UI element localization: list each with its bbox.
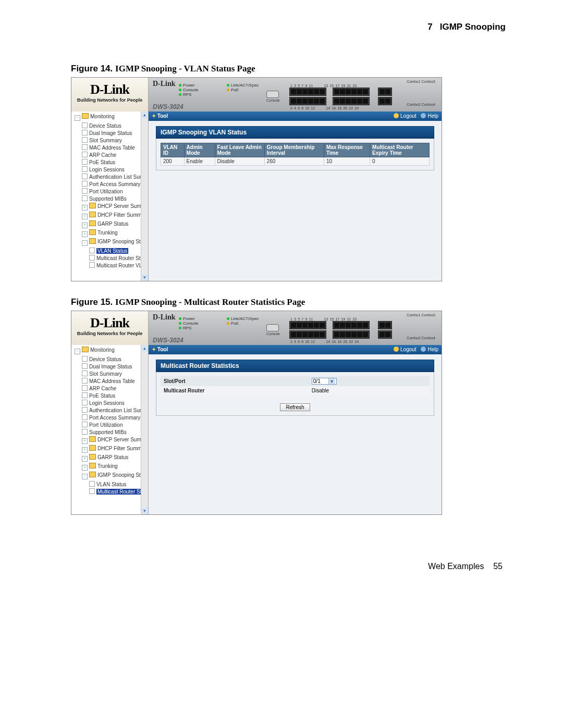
vlan-status-table: VLAN ID Admin Mode Fast Leave Admin Mode… (161, 143, 430, 166)
refresh-button[interactable]: Refresh (280, 403, 310, 411)
nav-mac-address-table[interactable]: MAC Address Table (82, 377, 148, 385)
nav-root-monitoring[interactable]: Monitoring Device Status Dual Image Stat… (75, 113, 148, 270)
toolbar: Tool Logout Help (149, 112, 442, 121)
figure15-caption: Figure 15. IGMP Snooping - Multicast Rou… (71, 297, 503, 307)
chevron-down-icon: ▾ (328, 378, 335, 384)
nav-poe-status[interactable]: PoE Status (82, 158, 148, 166)
nav-dhcp-server-summary[interactable]: DHCP Server Summar (82, 436, 148, 445)
nav-port-utilization[interactable]: Port Utilization (82, 421, 148, 428)
nav-garp-status[interactable]: GARP Status (82, 220, 148, 229)
nav-port-access-summary[interactable]: Port Access Summary (82, 180, 148, 188)
brand-area: D-Link Building Networks for People (71, 311, 149, 345)
scroll-up-icon[interactable]: ▴ (141, 345, 148, 352)
console-port-icon (266, 91, 279, 98)
slot-port-select[interactable]: 0/1▾ (312, 378, 337, 385)
nav-login-sessions[interactable]: Login Sessions (82, 166, 148, 173)
logout-button[interactable]: Logout (394, 347, 417, 352)
table-row: 200 Enable Disable 260 10 0 (161, 157, 430, 166)
brand-area: D-Link Building Networks for People (71, 78, 149, 112)
dlink-logo: D-Link (71, 78, 148, 97)
nav-poe-status[interactable]: PoE Status (82, 392, 148, 399)
nav-slot-summary[interactable]: Slot Summary (82, 370, 148, 377)
nav-igmp-snooping-status[interactable]: IGMP Snooping Status VLAN Status Multica… (82, 471, 148, 496)
help-button[interactable]: Help (421, 113, 438, 119)
content-multicast-router-statistics: Multicast Router Statistics Slot/Port 0/… (149, 354, 442, 514)
nav-supported-mibs[interactable]: Supported MIBs (82, 428, 148, 436)
nav-scrollbar[interactable]: ▴ ▾ (141, 345, 148, 514)
nav-dhcp-filter-summary[interactable]: DHCP Filter Summary (82, 211, 148, 220)
nav-igmp-snooping-status[interactable]: IGMP Snooping Status VLAN Status Multica… (82, 238, 148, 269)
nav-dual-image-status[interactable]: Dual Image Status (82, 129, 148, 137)
label-multicast-router: Multicast Router (161, 386, 309, 395)
device-panel: D-Link DWS-3024 PowerConsoleRPS Link/ACT… (149, 311, 442, 346)
panel-title: Multicast Router Statistics (156, 360, 434, 372)
nav-trunking[interactable]: Trunking (82, 229, 148, 238)
page-header: 7 IGMP Snooping (68, 22, 506, 32)
nav-port-access-summary[interactable]: Port Access Summary (82, 414, 148, 421)
brand-tagline: Building Networks for People (71, 97, 148, 103)
scroll-down-icon[interactable]: ▾ (141, 508, 148, 514)
nav-device-status[interactable]: Device Status (82, 122, 148, 129)
label-slot-port: Slot/Port (161, 376, 309, 386)
help-button[interactable]: Help (421, 347, 438, 352)
toolbar: Tool Logout Help (149, 345, 442, 354)
section-title: IGMP Snooping (440, 22, 506, 32)
nav-vlan-status[interactable]: VLAN Status (89, 247, 148, 254)
nav-auth-list-summary[interactable]: Authentication List Sum (82, 406, 148, 414)
nav-port-utilization[interactable]: Port Utilization (82, 188, 148, 195)
nav-root-monitoring[interactable]: Monitoring Device Status Dual Image Stat… (75, 346, 148, 496)
nav-slot-summary[interactable]: Slot Summary (82, 137, 148, 144)
nav-arp-cache[interactable]: ARP Cache (82, 385, 148, 392)
status-leds: Power Console RPS (179, 83, 198, 97)
nav-scrollbar[interactable]: ▴ ▾ (141, 112, 148, 281)
section-number: 7 (427, 22, 432, 32)
nav-dhcp-server-summary[interactable]: DHCP Server Summar (82, 202, 148, 211)
mrs-form-table: Slot/Port 0/1▾ Multicast Router Disable (161, 376, 430, 395)
nav-supported-mibs[interactable]: Supported MIBs (82, 195, 148, 202)
nav-mac-address-table[interactable]: MAC Address Table (82, 144, 148, 151)
nav-multicast-router-sta[interactable]: Multicast Router Sta (89, 254, 148, 262)
tool-menu[interactable]: Tool (152, 113, 168, 119)
nav-auth-list-summary[interactable]: Authentication List Sum (82, 173, 148, 180)
nav-vlan-status[interactable]: VLAN Status (89, 480, 148, 488)
nav-tree[interactable]: ▴ ▾ Monitoring Device Status Dual Image … (71, 345, 149, 514)
screenshot-vlan-status: D-Link Building Networks for People D-Li… (71, 77, 442, 281)
scroll-down-icon[interactable]: ▾ (141, 274, 148, 281)
nav-dhcp-filter-summary[interactable]: DHCP Filter Summary (82, 445, 148, 453)
nav-tree[interactable]: ▴ ▾ Monitoring Device Status Dual Image … (71, 112, 149, 281)
device-panel: D-Link DWS-3024 Power Console RPS Link/A… (149, 78, 442, 112)
nav-login-sessions[interactable]: Login Sessions (82, 399, 148, 406)
console-port-icon (266, 324, 279, 331)
nav-multicast-router-sta[interactable]: Multicast Router Sta (89, 488, 148, 495)
nav-garp-status[interactable]: GARP Status (82, 453, 148, 462)
logout-button[interactable]: Logout (394, 113, 417, 119)
scroll-up-icon[interactable]: ▴ (141, 112, 148, 118)
nav-multicast-router-vl[interactable]: Multicast Router VL (89, 262, 148, 269)
figure14-caption: Figure 14. IGMP Snooping - VLAN Status P… (71, 64, 503, 74)
nav-arp-cache[interactable]: ARP Cache (82, 151, 148, 158)
tool-menu[interactable]: Tool (152, 347, 168, 352)
content-vlan-status: IGMP Snooping VLAN Status VLAN ID Admin … (149, 121, 442, 281)
screenshot-multicast-router-statistics: D-Link Building Networks for People D-Li… (71, 311, 442, 515)
panel-title: IGMP Snooping VLAN Status (156, 126, 434, 139)
value-multicast-router: Disable (309, 386, 430, 395)
nav-device-status[interactable]: Device Status (82, 355, 148, 363)
nav-trunking[interactable]: Trunking (82, 462, 148, 471)
nav-dual-image-status[interactable]: Dual Image Status (82, 363, 148, 370)
port-diagram: 1357911131517192123 24681012141618202224… (289, 84, 436, 106)
page-footer: Web Examples 55 (68, 562, 506, 571)
